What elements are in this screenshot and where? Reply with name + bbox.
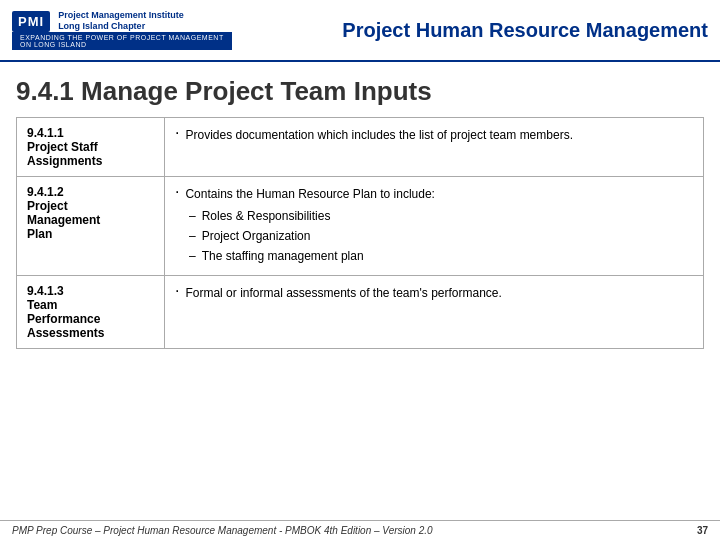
bullet-dot-2: · <box>175 184 179 203</box>
content-table: 9.4.1.1 Project Staff Assignments · Prov… <box>16 117 704 349</box>
bullet-item-3: · Formal or informal assessments of the … <box>175 284 693 302</box>
footer-page: 37 <box>697 525 708 536</box>
pmi-institute: Project Management Institute <box>58 10 184 21</box>
item-number-1: 9.4.1.1 <box>27 126 154 140</box>
sub-text-3: The staffing management plan <box>202 247 364 265</box>
item-title-3b: Performance <box>27 312 154 326</box>
header: PMI Project Management Institute Long Is… <box>0 0 720 62</box>
content-cell-1: · Provides documentation which includes … <box>165 118 704 177</box>
bullet-intro: Contains the Human Resource Plan to incl… <box>185 185 434 203</box>
content-cell-3: · Formal or informal assessments of the … <box>165 276 704 349</box>
blue-banner: EXPANDING THE POWER OF PROJECT MANAGEMEN… <box>12 32 232 50</box>
sub-item-1: – Roles & Responsibilities <box>189 207 693 225</box>
bullet-item-1: · Provides documentation which includes … <box>175 126 693 144</box>
bullet-dot-3: · <box>175 283 179 302</box>
item-title-3a: Team <box>27 298 154 312</box>
sub-item-3: – The staffing management plan <box>189 247 693 265</box>
pmi-logo: PMI <box>12 11 50 32</box>
sub-item-2: – Project Organization <box>189 227 693 245</box>
sub-dash-1: – <box>189 207 196 225</box>
item-title-1b: Assignments <box>27 154 154 168</box>
header-title: Project Human Resource Management <box>232 19 708 42</box>
item-title-2b: Management <box>27 213 154 227</box>
logo-area: PMI Project Management Institute Long Is… <box>12 10 232 50</box>
label-cell-3: 9.4.1.3 Team Performance Assessments <box>17 276 165 349</box>
item-title-2a: Project <box>27 199 154 213</box>
item-title-1: Project Staff <box>27 140 154 154</box>
footer-text: PMP Prep Course – Project Human Resource… <box>12 525 433 536</box>
sub-text-1: Roles & Responsibilities <box>202 207 331 225</box>
bullet-intro-wrap: · Contains the Human Resource Plan to in… <box>175 185 693 203</box>
table-row: 9.4.1.3 Team Performance Assessments · F… <box>17 276 704 349</box>
content-cell-2: · Contains the Human Resource Plan to in… <box>165 177 704 276</box>
item-number-2: 9.4.1.2 <box>27 185 154 199</box>
item-title-3c: Assessments <box>27 326 154 340</box>
page-title: 9.4.1 Manage Project Team Inputs <box>0 62 720 117</box>
bullet-text-3: Formal or informal assessments of the te… <box>185 284 501 302</box>
sub-dash-3: – <box>189 247 196 265</box>
bullet-dot-1: · <box>175 125 179 144</box>
sub-text-2: Project Organization <box>202 227 311 245</box>
bullet-text-1: Provides documentation which includes th… <box>185 126 573 144</box>
pmi-chapter: Long Island Chapter <box>58 21 184 32</box>
sub-dash-2: – <box>189 227 196 245</box>
sub-list: – Roles & Responsibilities – Project Org… <box>189 207 693 265</box>
footer: PMP Prep Course – Project Human Resource… <box>0 520 720 540</box>
label-cell-1: 9.4.1.1 Project Staff Assignments <box>17 118 165 177</box>
logo-top: PMI Project Management Institute Long Is… <box>12 10 232 32</box>
table-row: 9.4.1.2 Project Management Plan · Contai… <box>17 177 704 276</box>
label-cell-2: 9.4.1.2 Project Management Plan <box>17 177 165 276</box>
table-row: 9.4.1.1 Project Staff Assignments · Prov… <box>17 118 704 177</box>
item-title-2c: Plan <box>27 227 154 241</box>
pmi-text: Project Management Institute Long Island… <box>58 10 184 32</box>
item-number-3: 9.4.1.3 <box>27 284 154 298</box>
